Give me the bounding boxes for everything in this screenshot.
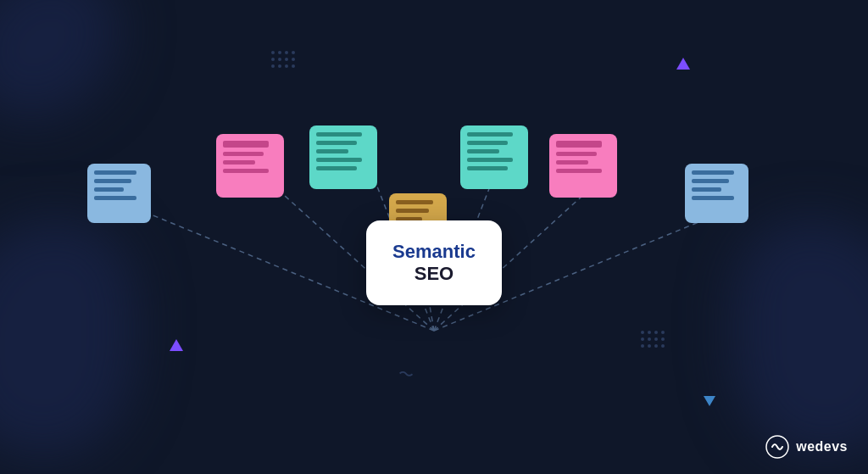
card-line: [467, 158, 513, 162]
doc-card-mid-left: [216, 134, 284, 198]
card-line: [692, 196, 734, 200]
wedevs-brand-name: wedevs: [796, 439, 848, 454]
blob-left: [0, 220, 136, 457]
triangle-bottom-left-icon: [170, 339, 183, 351]
card-line: [467, 141, 508, 145]
card-line: [556, 152, 597, 156]
card-line: [94, 179, 131, 183]
semantic-seo-card: Semantic SEO: [366, 220, 502, 305]
wedevs-logo-icon: [765, 435, 789, 459]
doc-card-center-left: [309, 125, 377, 189]
card-line: [316, 149, 348, 153]
card-line: [316, 158, 362, 162]
card-line: [692, 187, 721, 192]
card-line: [316, 141, 357, 145]
card-line: [467, 132, 513, 137]
card-line: [94, 187, 124, 192]
card-line: [467, 166, 508, 170]
card-line: [316, 166, 357, 170]
card-line: [556, 169, 602, 173]
doc-card-far-left: [87, 164, 151, 223]
card-line: [692, 179, 729, 183]
doc-card-center-right: [460, 125, 528, 189]
card-line: [556, 141, 602, 148]
squiggle-decoration: 〜: [397, 364, 415, 387]
wedevs-logo: wedevs: [765, 435, 848, 459]
doc-card-mid-right: [549, 134, 617, 198]
card-line: [94, 196, 136, 200]
card-line: [467, 149, 499, 153]
blob-right: [732, 220, 868, 457]
dots-top: [271, 51, 295, 68]
card-line: [396, 200, 433, 204]
card-line: [94, 170, 136, 175]
card-line: [223, 141, 269, 148]
card-line: [223, 169, 269, 173]
doc-card-far-right: [685, 164, 748, 223]
main-canvas: 〜 .dash-line { stroke: #4a6080; stroke-w…: [0, 0, 868, 474]
blob-top-left: [0, 0, 119, 119]
semantic-seo-title-line1: Semantic: [392, 241, 476, 263]
triangle-bottom-right-icon: [704, 396, 715, 406]
card-line: [223, 160, 255, 165]
dots-right: [641, 331, 665, 348]
card-line: [396, 209, 429, 213]
card-line: [692, 170, 734, 175]
card-line: [223, 152, 264, 156]
card-line: [556, 160, 588, 165]
card-line: [316, 132, 362, 137]
triangle-top-right-icon: [676, 58, 690, 70]
semantic-seo-title-line2: SEO: [415, 263, 453, 285]
